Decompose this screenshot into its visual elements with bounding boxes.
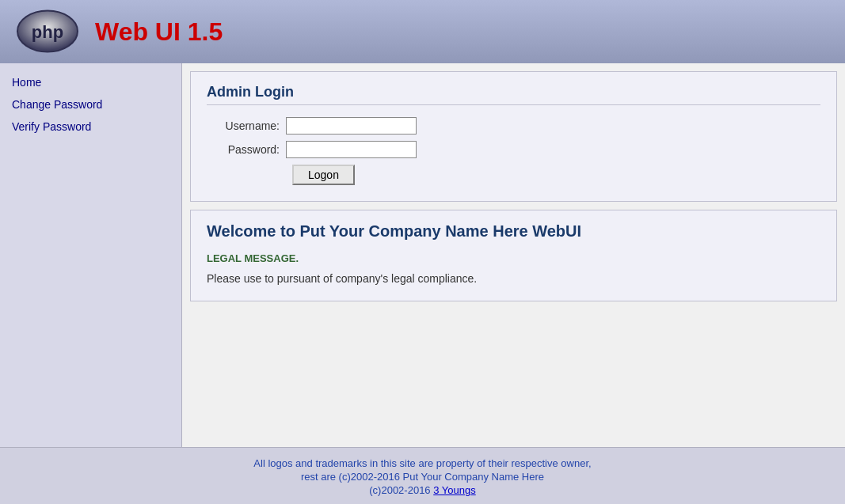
svg-text:php: php — [32, 22, 63, 42]
sidebar-item-home[interactable]: Home — [0, 71, 181, 93]
welcome-section: Welcome to Put Your Company Name Here We… — [190, 210, 837, 301]
password-label: Password: — [215, 143, 286, 156]
footer-link[interactable]: 3 Youngs — [433, 484, 476, 496]
footer-copyright: (c)2002-2016 — [369, 484, 433, 496]
sidebar-item-change-password[interactable]: Change Password — [0, 93, 181, 116]
content-area: Admin Login Username: Password: Logon We… — [182, 63, 845, 447]
login-form: Username: Password: Logon — [215, 117, 820, 185]
footer-line3: (c)2002-2016 3 Youngs — [8, 484, 837, 496]
logon-row: Logon — [292, 165, 820, 185]
password-input[interactable] — [286, 141, 417, 158]
php-logo: php — [16, 8, 79, 55]
footer: All logos and trademarks in this site ar… — [0, 447, 845, 504]
username-input[interactable] — [286, 117, 417, 135]
username-label: Username: — [215, 119, 286, 132]
username-row: Username: — [215, 117, 820, 135]
header: php Web UI 1.5 — [0, 0, 845, 63]
logon-button[interactable]: Logon — [292, 165, 355, 185]
welcome-title: Welcome to Put Your Company Name Here We… — [207, 222, 820, 241]
main-layout: Home Change Password Verify Password Adm… — [0, 63, 845, 447]
sidebar-item-verify-password[interactable]: Verify Password — [0, 116, 181, 138]
legal-heading: LEGAL MESSAGE. — [207, 252, 820, 264]
site-title: Web UI 1.5 — [95, 17, 223, 47]
legal-text: Please use to pursuant of company's lega… — [207, 272, 820, 285]
footer-line1: All logos and trademarks in this site ar… — [8, 457, 837, 469]
footer-line2: rest are (c)2002-2016 Put Your Company N… — [8, 471, 837, 483]
login-section: Admin Login Username: Password: Logon — [190, 71, 837, 202]
sidebar: Home Change Password Verify Password — [0, 63, 182, 447]
password-row: Password: — [215, 141, 820, 158]
login-section-title: Admin Login — [207, 84, 820, 105]
